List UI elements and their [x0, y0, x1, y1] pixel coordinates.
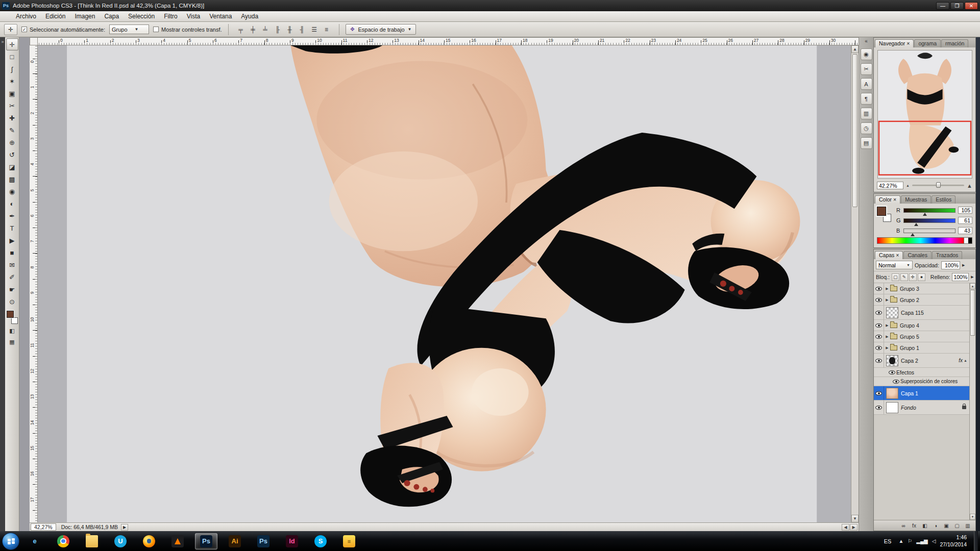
expand-dock-button[interactable]: «	[865, 38, 868, 44]
layer-name[interactable]: Capa 115	[901, 310, 924, 316]
start-button[interactable]	[2, 533, 19, 550]
layer-name[interactable]: Grupo 5	[900, 334, 919, 340]
opacity-arrow[interactable]: ▶	[962, 263, 965, 267]
layer-name[interactable]: Grupo 3	[900, 286, 919, 292]
layer-visibility-toggle[interactable]	[874, 283, 884, 294]
layer-name[interactable]: Capa 1	[901, 390, 918, 396]
auto-select-scope-dropdown[interactable]: Grupo ▼	[109, 24, 149, 34]
layer-visibility-toggle[interactable]	[874, 400, 884, 414]
maximize-button[interactable]: ❐	[950, 2, 964, 10]
Efectos[interactable]: Efectos	[874, 368, 969, 377]
panel-tab[interactable]: Canales	[903, 251, 932, 259]
opacity-field[interactable]: 100%	[941, 261, 960, 269]
layer-style-button[interactable]: fx	[910, 521, 919, 530]
Grupo 5[interactable]: ▶ Grupo 5	[874, 331, 969, 342]
foreground-color-swatch[interactable]	[877, 207, 886, 216]
quick-mask-button[interactable]: ◧	[7, 326, 18, 335]
taskbar-media-app[interactable]	[166, 533, 189, 549]
zoom-in-icon[interactable]: ▲	[967, 183, 972, 189]
new-group-button[interactable]: ▣	[942, 521, 951, 530]
eyedropper-tool[interactable]: ✐	[6, 271, 18, 283]
slider-handle[interactable]	[923, 213, 927, 216]
layer-name[interactable]: Efectos	[896, 369, 914, 375]
Capa 1[interactable]: Capa 1	[874, 386, 969, 400]
auto-select-checkbox[interactable]: ✓ Seleccionar automáticamente:	[21, 27, 105, 33]
magic-wand-tool[interactable]: ✶	[6, 75, 18, 87]
slider-handle[interactable]	[914, 223, 918, 226]
histogram-panel-icon[interactable]: ▥	[861, 108, 872, 119]
group-expand-triangle[interactable]: ▶	[884, 346, 890, 350]
vertical-ruler[interactable]: 01234567891011121314151617	[30, 45, 38, 522]
taskbar-indesign[interactable]: Id	[281, 533, 303, 549]
marquee-tool[interactable]: □	[6, 51, 18, 63]
show-transform-checkbox[interactable]: Mostrar controles transf.	[153, 27, 222, 33]
align-horizontal-centers[interactable]: ╫	[284, 24, 296, 35]
layer-thumbnail[interactable]	[886, 388, 898, 399]
menu-item[interactable]: Selección	[124, 12, 159, 21]
character-panel-icon[interactable]: A	[861, 78, 872, 90]
channel-value-field[interactable]: 61	[958, 217, 972, 224]
layers-scrollbar[interactable]: ▲ ▼	[969, 283, 975, 520]
layer-visibility-toggle[interactable]	[874, 386, 884, 400]
background-color-swatch[interactable]	[11, 317, 18, 324]
align-left-edges[interactable]: ╟	[272, 24, 284, 35]
scrollbar-thumb[interactable]	[970, 290, 975, 336]
Capa 2[interactable]: Capa 2 fx ▲	[874, 354, 969, 368]
panel-tab[interactable]: rmación	[941, 39, 968, 47]
layer-visibility-toggle[interactable]	[874, 342, 884, 353]
action-center-icon[interactable]: ⚐	[908, 538, 912, 544]
move-tool[interactable]: ✛	[6, 38, 18, 51]
language-indicator[interactable]: ES	[881, 537, 895, 545]
fx-collapse-arrow[interactable]: ▲	[964, 359, 969, 362]
layer-visibility-toggle[interactable]	[874, 306, 884, 319]
new-adjustment-layer-button[interactable]: ◑	[931, 521, 940, 530]
clone-stamp-tool[interactable]: ⊕	[6, 136, 18, 148]
layer-thumbnail[interactable]	[886, 402, 898, 413]
hidden-icons-button[interactable]: ▲	[898, 538, 903, 544]
blend-mode-dropdown[interactable]: Normal ▼	[876, 261, 913, 269]
vertical-scrollbar[interactable]: ▲ ▼	[851, 45, 859, 522]
tool-presets-panel-icon[interactable]: ◉	[861, 48, 872, 60]
menu-item[interactable]: Imagen	[70, 12, 100, 21]
taskbar-skype[interactable]: S	[309, 533, 332, 549]
shape-tool[interactable]: ■	[6, 246, 18, 259]
clone-source-panel-icon[interactable]: ✂	[861, 63, 872, 75]
panel-tab[interactable]: Estilos	[932, 195, 955, 204]
scrollbar-thumb[interactable]	[852, 54, 857, 207]
new-layer-button[interactable]: ▢	[952, 521, 962, 530]
minimize-button[interactable]: —	[936, 2, 949, 10]
type-tool[interactable]: T	[6, 222, 18, 234]
path-selection-tool[interactable]: ▶	[6, 234, 18, 246]
Fondo[interactable]: Fondo	[874, 400, 969, 415]
menu-item[interactable]: Vista	[182, 12, 205, 21]
channel-value-field[interactable]: 105	[958, 207, 972, 214]
scroll-down-arrow[interactable]: ▼	[851, 515, 859, 522]
layer-name[interactable]: Grupo 1	[900, 345, 919, 351]
taskbar-photoshop[interactable]: Ps	[195, 533, 217, 549]
taskbar-internet-explorer[interactable]: e	[23, 533, 46, 549]
group-expand-triangle[interactable]: ▶	[884, 323, 890, 328]
fill-field[interactable]: 100%	[952, 273, 969, 281]
panel-tab[interactable]: Trazados	[932, 251, 962, 259]
paragraph-panel-icon[interactable]: ¶	[861, 93, 872, 105]
notes-tool[interactable]: ✉	[6, 259, 18, 271]
lock-pixels-button[interactable]: ✎	[900, 273, 908, 281]
zoom-level-field[interactable]: 42,27%	[31, 523, 56, 531]
align-top-edges[interactable]: ╤	[235, 24, 247, 35]
scroll-up-arrow[interactable]: ▲	[851, 45, 859, 53]
layer-visibility-toggle[interactable]	[891, 377, 900, 386]
canvas-viewport[interactable]	[38, 45, 851, 522]
panel-tab[interactable]: Navegador ×	[875, 39, 914, 47]
menu-item[interactable]: Archivo	[11, 12, 41, 21]
status-options-arrow[interactable]: ▶	[121, 524, 128, 531]
gradient-tool[interactable]: ▩	[6, 173, 18, 185]
foreground-color-swatch[interactable]	[7, 311, 14, 318]
clock[interactable]: 1:46 27/10/2014	[940, 534, 970, 548]
navigator-zoom-field[interactable]: 42.27%	[877, 182, 903, 189]
layer-name[interactable]: Grupo 2	[900, 297, 919, 303]
scroll-down-arrow[interactable]: ▼	[970, 514, 975, 520]
link-layers-button[interactable]: ∞	[899, 521, 908, 530]
distribute-horizontal[interactable]: ≡	[321, 24, 333, 35]
volume-icon[interactable]: ◁	[932, 538, 936, 544]
Grupo 3[interactable]: ▶ Grupo 3	[874, 283, 969, 294]
